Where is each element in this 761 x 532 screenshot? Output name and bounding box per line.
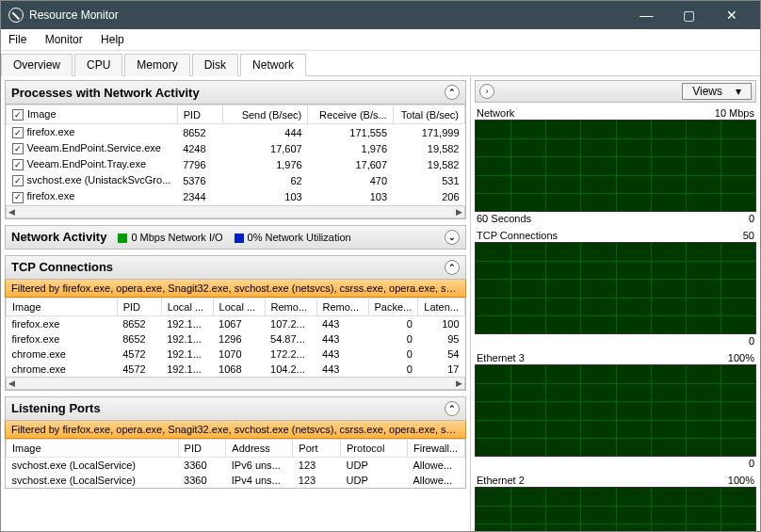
chart-canvas [475, 120, 756, 212]
tcp-header[interactable]: TCP Connections ⌃ [5, 255, 466, 280]
chevron-up-icon[interactable]: ⌃ [445, 401, 460, 416]
processes-title: Processes with Network Activity [11, 86, 200, 100]
tcp-filter: Filtered by firefox.exe, opera.exe, Snag… [5, 280, 466, 298]
chevron-up-icon[interactable]: ⌃ [445, 85, 460, 100]
chart-title: Network [477, 107, 514, 119]
listening-filter: Filtered by firefox.exe, opera.exe, Snag… [5, 421, 466, 439]
chart-canvas [475, 242, 756, 334]
col-port[interactable]: Port [293, 439, 341, 457]
chart-title: TCP Connections [477, 230, 558, 241]
legend-square-icon [118, 234, 127, 243]
table-row[interactable]: ✓svchost.exe (UnistackSvcGro...537662470… [7, 172, 465, 188]
legend-square-icon [235, 234, 244, 243]
tab-disk[interactable]: Disk [192, 54, 238, 76]
checkbox-icon[interactable]: ✓ [12, 159, 24, 170]
left-pane: Processes with Network Activity ⌃ ✓Image… [1, 76, 471, 532]
table-row[interactable]: ✓firefox.exe2344103103206 [7, 188, 465, 204]
col-total[interactable]: Total (B/sec) [393, 105, 464, 124]
checkbox-icon[interactable]: ✓ [12, 192, 24, 203]
chart-footer-right: 0 [749, 213, 754, 224]
right-toolbar: › Views▾ [475, 80, 756, 103]
col-remote-port[interactable]: Remo... [316, 298, 368, 315]
listening-title: Listening Ports [11, 401, 101, 415]
chart-max: 10 Mbps [715, 107, 754, 119]
table-row[interactable]: chrome.exe4572192.1...1070172.2...443054 [7, 347, 465, 362]
table-row[interactable]: ✓firefox.exe8652444171,555171,999 [7, 124, 465, 141]
scrollbar-horizontal[interactable]: ◀▶ [6, 205, 465, 218]
titlebar[interactable]: Resource Monitor — ▢ ✕ [1, 1, 760, 29]
col-pid[interactable]: PID [117, 298, 161, 315]
tab-overview[interactable]: Overview [1, 54, 73, 76]
processes-table: ✓Image PID Send (B/sec) Receive (B/s... … [6, 105, 465, 205]
col-packet[interactable]: Packe... [368, 298, 418, 315]
menu-help[interactable]: Help [101, 33, 124, 46]
col-pid[interactable]: PID [177, 105, 222, 124]
chart-title: Ethernet 3 [477, 352, 525, 363]
tab-cpu[interactable]: CPU [74, 54, 122, 76]
col-firewall[interactable]: Firewall... [408, 439, 465, 457]
table-row[interactable]: svchost.exe (LocalService)3360IPv6 uns..… [7, 457, 465, 473]
chart-canvas [475, 487, 756, 532]
col-address[interactable]: Address [226, 439, 293, 457]
chart-network: Network10 Mbps60 Seconds0 [475, 106, 756, 225]
col-send[interactable]: Send (B/sec) [222, 105, 307, 124]
col-image[interactable]: Image [7, 439, 179, 457]
tcp-title: TCP Connections [11, 260, 113, 274]
col-recv[interactable]: Receive (B/s... [308, 105, 393, 124]
chart-footer-right: 0 [749, 458, 754, 469]
close-button[interactable]: ✕ [710, 1, 753, 29]
tcp-table: Image PID Local ... Local ... Remo... Re… [6, 298, 465, 377]
menu-file[interactable]: File [8, 33, 26, 46]
chart-footer-left: 60 Seconds [477, 213, 531, 224]
activity-title: Network Activity [11, 230, 106, 244]
activity-header[interactable]: Network Activity 0 Mbps Network I/O 0% N… [5, 225, 466, 250]
dropdown-icon: ▾ [736, 85, 741, 98]
window-title: Resource Monitor [29, 8, 625, 22]
chevron-right-icon[interactable]: › [479, 84, 494, 99]
checkbox-icon[interactable]: ✓ [12, 175, 24, 186]
chart-max: 50 [743, 230, 754, 241]
col-protocol[interactable]: Protocol [341, 439, 408, 457]
maximize-button[interactable]: ▢ [668, 1, 710, 29]
chart-canvas [475, 364, 756, 457]
table-row[interactable]: chrome.exe4572192.1...1068104.2...443017 [7, 362, 465, 377]
table-row[interactable]: ✓Veeam.EndPoint.Service.exe424817,6071,9… [7, 140, 465, 156]
menu-bar: File Monitor Help [1, 29, 760, 51]
col-remote-addr[interactable]: Remo... [265, 298, 316, 315]
chart-tcp-connections: TCP Connections500 [475, 229, 756, 347]
tab-network[interactable]: Network [240, 54, 306, 76]
tab-memory[interactable]: Memory [124, 54, 189, 76]
table-row[interactable]: firefox.exe8652192.1...129654.87...44309… [7, 331, 465, 347]
chart-max: 100% [728, 352, 754, 363]
chart-ethernet-2: Ethernet 2100% [475, 474, 756, 532]
checkbox-icon[interactable]: ✓ [12, 127, 24, 138]
checkbox-icon[interactable]: ✓ [12, 143, 24, 154]
col-local-port[interactable]: Local ... [213, 298, 265, 315]
col-local-addr[interactable]: Local ... [161, 298, 213, 315]
chevron-up-icon[interactable]: ⌃ [445, 260, 460, 275]
menu-monitor[interactable]: Monitor [45, 33, 83, 46]
views-button[interactable]: Views▾ [682, 83, 752, 100]
checkbox-icon[interactable]: ✓ [12, 109, 24, 121]
tab-bar: Overview CPU Memory Disk Network [1, 51, 760, 76]
chart-max: 100% [728, 475, 754, 486]
table-row[interactable]: svchost.exe (LocalService)3360IPv4 uns..… [7, 473, 465, 488]
col-latency[interactable]: Laten... [418, 298, 465, 315]
listening-header[interactable]: Listening Ports ⌃ [5, 396, 466, 421]
right-pane: › Views▾ Network10 Mbps60 Seconds0TCP Co… [471, 76, 760, 532]
chart-footer-right: 0 [749, 335, 754, 347]
chart-title: Ethernet 2 [477, 475, 525, 486]
scrollbar-horizontal[interactable]: ◀▶ [6, 377, 465, 390]
col-image[interactable]: ✓Image [7, 105, 178, 124]
processes-header[interactable]: Processes with Network Activity ⌃ [5, 80, 466, 105]
chart-ethernet-3: Ethernet 3100%0 [475, 351, 756, 470]
minimize-button[interactable]: — [625, 1, 668, 29]
col-pid[interactable]: PID [178, 439, 226, 457]
table-row[interactable]: firefox.exe8652192.1...1067107.2...44301… [7, 315, 465, 331]
listening-table: Image PID Address Port Protocol Firewall… [6, 439, 465, 488]
chevron-down-icon[interactable]: ⌄ [445, 230, 460, 245]
table-row[interactable]: ✓Veeam.EndPoint.Tray.exe77961,97617,6071… [7, 156, 465, 172]
app-icon [8, 8, 24, 23]
col-image[interactable]: Image [7, 298, 118, 315]
